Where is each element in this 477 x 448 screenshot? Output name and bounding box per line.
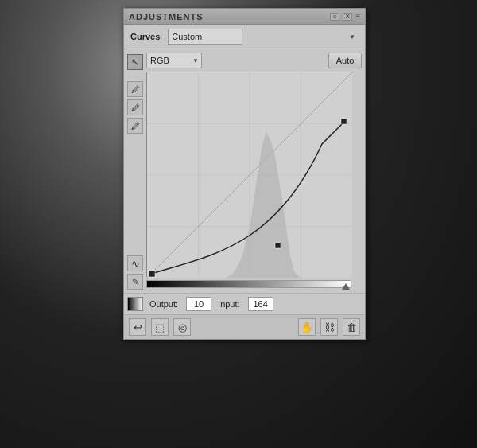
chain-icon: ⛓ xyxy=(324,321,335,333)
curves-graph[interactable] xyxy=(146,72,351,277)
pencil-icon: ✎ xyxy=(132,277,139,287)
preset-select-wrapper: Custom Default Strong Contrast Medium Co… xyxy=(168,29,359,45)
wave-icon: ∿ xyxy=(131,258,140,270)
curves-graph-area: RGB Red Green Blue Auto xyxy=(146,53,362,290)
svg-rect-10 xyxy=(149,271,155,277)
panel-menu-icon[interactable]: ≡ xyxy=(355,12,360,21)
hand-icon: ✋ xyxy=(301,321,313,333)
gradient-bar xyxy=(146,280,351,288)
adjustments-panel: ADJUSTMENTS « ✕ ≡ Curves Custom Default … xyxy=(123,8,366,340)
gradient-thumbnail xyxy=(127,297,143,311)
panel-close-button[interactable]: ✕ xyxy=(343,13,352,21)
eyedropper-black-button[interactable]: 🖉 xyxy=(127,81,143,97)
undo-button[interactable]: ↩ xyxy=(129,318,146,336)
mask-icon: ⬚ xyxy=(155,321,165,333)
curves-label: Curves xyxy=(130,32,160,41)
trash-button[interactable]: 🗑 xyxy=(343,318,360,336)
input-label: Input: xyxy=(218,299,240,309)
panel-titlebar: ADJUSTMENTS « ✕ ≡ xyxy=(124,9,365,25)
pencil-tool-button[interactable]: ✎ xyxy=(127,274,143,290)
curves-content: ↖ 🖉 🖉 🖉 ∿ ✎ xyxy=(124,49,365,293)
trash-icon: 🗑 xyxy=(347,321,357,333)
eye-icon: ◎ xyxy=(178,321,187,333)
output-input-row: Output: Input: xyxy=(124,293,365,314)
undo-icon: ↩ xyxy=(134,321,142,333)
output-label: Output: xyxy=(149,299,178,309)
auto-button[interactable]: Auto xyxy=(328,53,362,68)
gradient-handle-right[interactable] xyxy=(342,283,350,290)
preset-select[interactable]: Custom Default Strong Contrast Medium Co… xyxy=(168,29,242,45)
channel-select[interactable]: RGB Red Green Blue xyxy=(146,53,202,68)
curves-header: Curves Custom Default Strong Contrast Me… xyxy=(124,25,365,49)
eyedropper-gray-button[interactable]: 🖉 xyxy=(127,99,143,115)
hand-button[interactable]: ✋ xyxy=(298,318,316,336)
curves-svg xyxy=(147,72,352,278)
wave-tool-button[interactable]: ∿ xyxy=(127,255,143,271)
gradient-bar-row xyxy=(146,279,351,290)
mask-button[interactable]: ⬚ xyxy=(151,318,169,336)
svg-rect-8 xyxy=(275,243,281,248)
output-value-input[interactable] xyxy=(186,297,211,311)
eye-button[interactable]: ◎ xyxy=(173,318,191,336)
eyedropper-black-icon: 🖉 xyxy=(131,84,140,94)
panel-minimize-button[interactable]: « xyxy=(330,13,339,21)
svg-rect-9 xyxy=(341,119,347,124)
panel-title: ADJUSTMENTS xyxy=(129,12,204,21)
pointer-icon: ↖ xyxy=(131,56,139,68)
bottom-toolbar: ↩ ⬚ ◎ ✋ ⛓ 🗑 xyxy=(124,314,365,339)
eyedropper-gray-icon: 🖉 xyxy=(131,103,140,112)
titlebar-controls: « ✕ ≡ xyxy=(330,12,360,21)
eyedropper-white-button[interactable]: 🖉 xyxy=(127,118,143,134)
left-tools: ↖ 🖉 🖉 🖉 ∿ ✎ xyxy=(127,53,143,290)
chain-button[interactable]: ⛓ xyxy=(320,318,338,336)
rgb-row: RGB Red Green Blue Auto xyxy=(146,53,362,68)
pointer-tool-button[interactable]: ↖ xyxy=(127,54,143,70)
channel-select-wrapper: RGB Red Green Blue xyxy=(146,53,202,68)
eyedropper-white-icon: 🖉 xyxy=(131,121,140,131)
input-value-input[interactable] xyxy=(248,297,273,311)
